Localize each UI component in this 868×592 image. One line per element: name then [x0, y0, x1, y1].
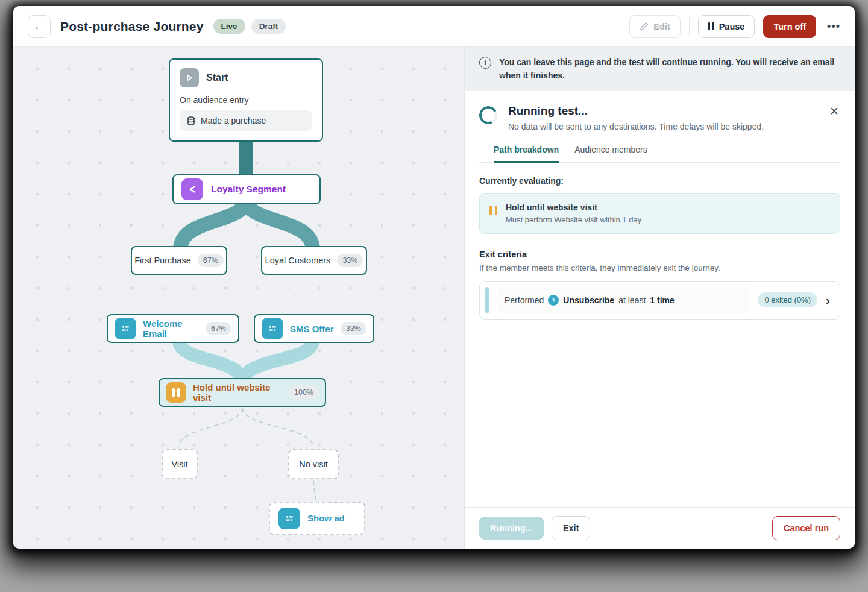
start-node-subtitle: On audience entry — [180, 95, 312, 105]
performed-label: Performed — [505, 295, 544, 305]
hold-node-label: Hold until website visit — [193, 382, 282, 403]
percent-badge: 100% — [289, 386, 319, 399]
node-hold-until-visit[interactable]: Hold until website visit 100% — [159, 378, 326, 407]
cancel-run-button[interactable]: Cancel run — [772, 516, 840, 540]
journey-canvas[interactable]: Start On audience entry Made a purchase — [13, 47, 464, 549]
status-badge-draft[interactable]: Draft — [251, 19, 286, 34]
evaluating-card: Hold until website visit Must perform We… — [479, 193, 840, 234]
header-divider — [689, 17, 690, 36]
node-welcome-email[interactable]: Welcome Email 67% — [107, 314, 239, 343]
node-show-ad[interactable]: Show ad — [269, 502, 365, 535]
exit-criteria-heading: Exit criteria — [479, 250, 840, 259]
accent-bar — [485, 287, 489, 313]
node-loyalty-segment[interactable]: Loyalty Segment — [172, 174, 321, 204]
panel-footer: Running... Exit Cancel run — [465, 507, 855, 549]
tab-path-breakdown[interactable]: Path breakdown — [494, 145, 559, 163]
turn-off-button[interactable]: Turn off — [763, 15, 816, 38]
criteria-count: 1 time — [650, 295, 674, 305]
node-no-visit[interactable]: No visit — [288, 449, 339, 479]
node-start[interactable]: Start On audience entry Made a purchase — [169, 58, 323, 142]
event-click-icon: ✳ — [548, 295, 559, 306]
evaluating-step-title: Hold until website visit — [506, 203, 641, 212]
event-name: Unsubscribe — [563, 295, 614, 305]
close-icon[interactable]: ✕ — [829, 105, 839, 117]
test-panel: i You can leave this page and the test w… — [464, 47, 855, 549]
node-loyal-customers[interactable]: Loyal Customers 33% — [261, 246, 367, 275]
play-icon — [180, 68, 199, 87]
app-window: ← Post-purchase Journey Live Draft Edit … — [13, 6, 855, 549]
spinner-icon — [477, 104, 500, 127]
split-branch-icon — [181, 178, 203, 200]
running-test-subtitle: No data will be sent to any destinations… — [508, 122, 764, 131]
edit-button[interactable]: Edit — [629, 15, 680, 38]
info-banner: i You can leave this page and the test w… — [465, 47, 855, 91]
chevron-right-icon[interactable]: › — [826, 294, 830, 306]
criteria-connector: at least — [618, 295, 646, 305]
pause-icon — [708, 22, 714, 30]
evaluating-step-detail: Must perform Website visit within 1 day — [506, 215, 641, 224]
show-ad-label: Show ad — [307, 513, 345, 523]
pause-icon — [166, 382, 186, 403]
status-badge-live[interactable]: Live — [213, 19, 245, 34]
percent-badge: 67% — [198, 254, 224, 267]
percent-badge: 33% — [337, 254, 363, 267]
node-visit[interactable]: Visit — [162, 449, 198, 479]
pencil-icon — [640, 22, 649, 31]
start-node-title: Start — [206, 72, 228, 83]
exit-criteria-description: If the member meets this criteria, they … — [479, 263, 840, 272]
sliders-icon — [115, 318, 136, 339]
exited-badge: 0 exited (0%) — [758, 292, 817, 307]
sliders-icon — [278, 508, 300, 529]
node-first-purchase[interactable]: First Purchase 67% — [131, 246, 227, 275]
sliders-icon — [262, 318, 283, 339]
node-sms-offer[interactable]: SMS Offer 33% — [254, 314, 374, 343]
banner-text: You can leave this page and the test wil… — [499, 55, 840, 83]
pause-button[interactable]: Pause — [698, 15, 755, 38]
running-test-header: Running test... No data will be sent to … — [465, 91, 855, 163]
info-icon: i — [479, 57, 491, 69]
pause-icon — [489, 206, 497, 215]
percent-badge: 33% — [341, 322, 366, 335]
welcome-email-label: Welcome Email — [143, 318, 199, 339]
start-node-condition[interactable]: Made a purchase — [180, 110, 312, 131]
panel-tabs: Path breakdown Audience members — [479, 145, 840, 163]
database-icon — [187, 116, 195, 125]
running-test-title: Running test... — [508, 104, 764, 118]
percent-badge: 67% — [206, 322, 231, 335]
exit-criteria-row[interactable]: Performed ✳ Unsubscribe at least 1 time … — [479, 281, 840, 320]
path-breakdown-content: Currently evaluating: Hold until website… — [465, 163, 855, 507]
journey-header: ← Post-purchase Journey Live Draft Edit … — [13, 6, 855, 47]
tab-audience-members[interactable]: Audience members — [574, 145, 647, 162]
exit-button[interactable]: Exit — [552, 516, 591, 540]
sms-offer-label: SMS Offer — [290, 324, 334, 334]
evaluating-heading: Currently evaluating: — [479, 176, 840, 186]
page-title: Post-purchase Journey — [60, 19, 204, 34]
running-button[interactable]: Running... — [479, 517, 544, 540]
more-options-button[interactable]: ••• — [825, 20, 843, 33]
back-arrow-icon: ← — [34, 20, 45, 33]
loyalty-segment-label: Loyalty Segment — [211, 184, 286, 195]
back-button[interactable]: ← — [28, 15, 51, 38]
